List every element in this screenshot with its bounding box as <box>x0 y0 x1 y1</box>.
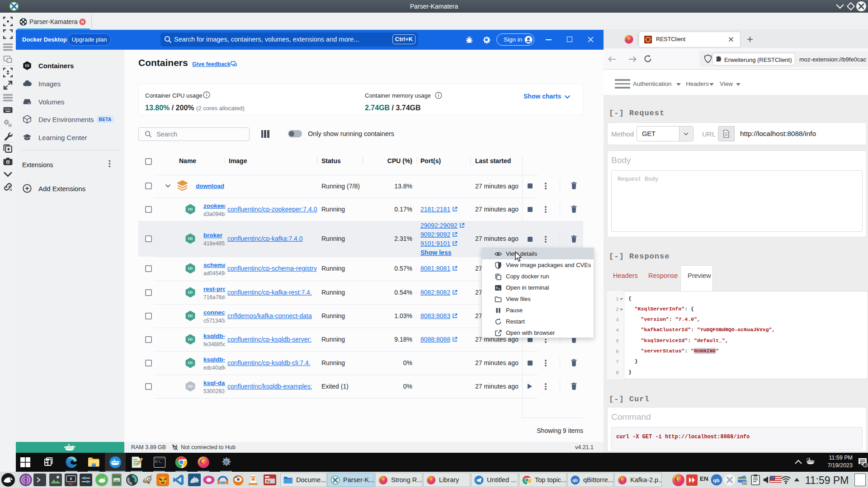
svg-text:Fz: Fz <box>266 479 270 483</box>
svg-text:C:\_: C:\_ <box>155 460 162 464</box>
svg-text:170: 170 <box>743 481 748 484</box>
svg-text:qb: qb <box>572 478 578 483</box>
svg-text:2: 2 <box>864 463 866 467</box>
svg-text:nqq: nqq <box>114 479 119 482</box>
svg-text:qb: qb <box>713 477 719 483</box>
